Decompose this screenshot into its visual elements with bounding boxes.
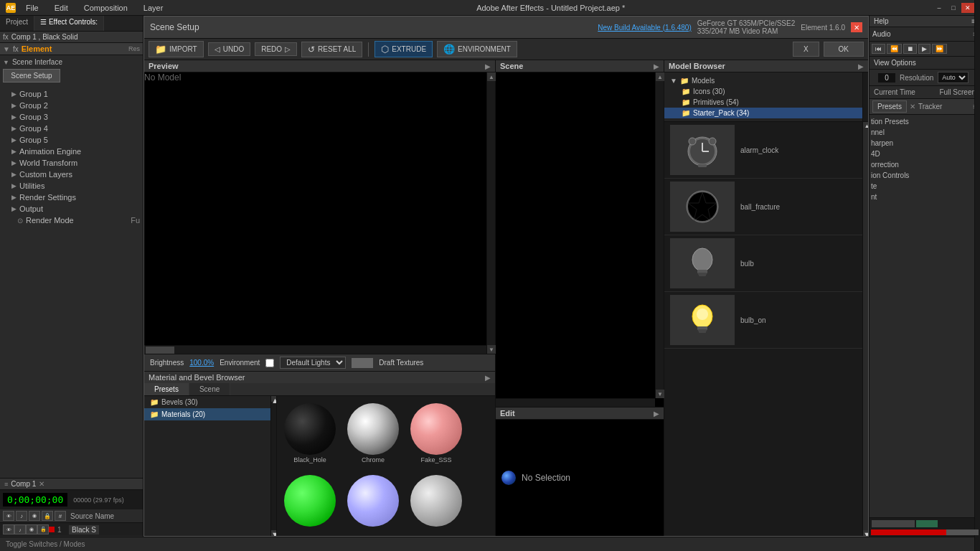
material-item-black-hole[interactable]: Black_Hole [281,400,339,466]
import-button[interactable]: 📁 IMPORT [149,41,204,57]
material-item-lightblue[interactable] [344,472,402,531]
no-model-text: No Model [144,72,181,83]
scroll-down-arrow[interactable]: ▼ [487,345,496,354]
scene-expand-arrow[interactable]: ▶ [654,62,659,70]
lock-toggle[interactable]: 🔒 [42,511,53,521]
material-item-chrome[interactable]: Chrome [344,400,402,466]
new-build-link[interactable]: New Build Available (1.6.480) [598,24,691,32]
effects-item-presets[interactable]: tion Presets [871,116,979,127]
visibility-toggle[interactable]: 👁 [3,511,14,521]
menu-edit[interactable]: Edit [49,2,74,14]
scene-setup-button[interactable]: Scene Setup [3,69,60,83]
extrude-button[interactable]: ⬡ EXTRUDE [374,41,433,57]
tree-starter-pack[interactable]: 📁 Starter_Pack (34) [664,108,868,118]
layer-lock[interactable]: 🔓 [37,524,49,534]
effects-item-sharpen[interactable]: harpen [871,138,979,149]
comp-close-button[interactable]: ✕ [39,480,44,488]
minimize-button[interactable]: – [933,3,946,13]
redo-button[interactable]: REDO ▷ [255,42,297,56]
model-ball-fracture[interactable]: ball_fracture [664,179,868,235]
scene-scroll-down[interactable]: ▼ [656,390,664,398]
play-button[interactable]: ▶ [918,44,930,54]
maximize-button[interactable]: □ [947,3,960,13]
effects-item-4d[interactable]: 4D [871,149,979,159]
effects-item-nt[interactable]: nt [871,192,979,202]
play-first-button[interactable]: ⏮ [872,44,885,54]
material-item-gray[interactable] [407,472,465,531]
horiz-scroll-thumb[interactable] [146,347,174,354]
menu-composition[interactable]: Composition [78,2,133,14]
environment-button[interactable]: 🌐 ENVIRONMENT [437,41,517,57]
menu-layer[interactable]: Layer [138,2,169,14]
edit-expand-arrow[interactable]: ▶ [654,410,659,418]
layer-audio[interactable]: ♪ [14,524,26,534]
x-button[interactable]: X [793,42,819,57]
material-item-green[interactable] [281,472,339,531]
stop-button[interactable]: ⏹ [903,44,917,54]
model-thumb-scroll-down[interactable]: ▼ [863,530,868,536]
resolution-select[interactable]: Auto [938,72,969,83]
effects-item-controls[interactable]: ion Controls [871,170,979,181]
effects-item-correction[interactable]: orrection [871,159,979,170]
model-tree-scrollbar[interactable] [862,72,868,121]
tree-group2[interactable]: ▶ Group 2 [0,100,143,111]
comp-tab[interactable]: ≡ Comp 1 ✕ [0,479,143,490]
close-button[interactable]: ✕ [961,3,974,13]
effects-item-channel[interactable]: nnel [871,127,979,138]
model-alarm-clock[interactable]: alarm_clock [664,122,868,179]
tree-group1[interactable]: ▶ Group 1 [0,88,143,100]
layer-solo[interactable]: ◉ [26,524,37,534]
tracker-tab[interactable]: Tracker [918,103,943,110]
tree-utilities[interactable]: ▶ Utilities [0,180,143,192]
effects-item-te[interactable]: te [871,181,979,192]
tab-presets[interactable]: Presets [144,383,189,395]
menu-file[interactable]: File [20,2,44,14]
tree-group4[interactable]: ▶ Group 4 [0,123,143,134]
layer-eye[interactable]: 👁 [3,524,14,534]
reset-button[interactable]: ↺ RESET ALL [301,42,362,57]
undo-button[interactable]: ◁ UNDO [208,42,250,56]
play-next-button[interactable]: ⏩ [932,44,947,54]
material-list-item-materials[interactable]: 📁 Materials (20) [144,408,276,420]
scene-horiz-scroll[interactable] [496,398,655,407]
tab-effect-controls[interactable]: ☰ Effect Controls: [34,16,104,31]
color-swatch[interactable] [352,358,373,368]
tree-group5[interactable]: ▶ Group 5 [0,134,143,146]
solo-toggle[interactable]: ◉ [29,511,40,521]
layer-row[interactable]: 👁 ♪ ◉ 🔓 1 Black S [0,523,143,537]
environment-checkbox[interactable] [265,359,274,367]
ok-button[interactable]: OK [824,42,864,57]
tree-icons[interactable]: 📁 Icons (30) [664,86,868,97]
tree-output[interactable]: ▶ Output [0,203,143,215]
label-toggle[interactable]: # [55,511,66,521]
tree-world-transform[interactable]: ▶ World Transform [0,157,143,169]
material-list-item-bevels[interactable]: 📁 Bevels (30) [144,396,276,408]
play-prev-button[interactable]: ⏪ [887,44,902,54]
model-expand-arrow[interactable]: ▶ [858,62,864,70]
tree-animation-engine[interactable]: ▶ Animation Engine [0,146,143,157]
scroll-up-arrow[interactable]: ▲ [487,72,496,81]
material-expand-arrow[interactable]: ▶ [485,374,491,382]
tab-scene[interactable]: Scene [189,383,230,395]
tree-primitives[interactable]: 📁 Primitives (54) [664,97,868,108]
model-bulb[interactable]: bulb [664,235,868,292]
mat-list-scroll-up[interactable]: ▲ [271,396,276,402]
close-presets-icon[interactable]: ✕ [910,103,915,110]
tree-render-mode[interactable]: ⊙ Render Mode Fu [0,215,143,226]
presets-tab[interactable]: Presets [872,100,907,113]
tree-group3[interactable]: ▶ Group 3 [0,111,143,123]
mat-list-scroll-down[interactable]: ▼ [271,530,276,536]
tree-models-root[interactable]: ▼ 📁 Models [664,75,868,86]
scene-setup-close-button[interactable]: ✕ [851,22,862,32]
model-thumb-scroll-up[interactable]: ▲ [863,122,868,128]
model-bulb-on[interactable]: bulb_on [664,292,868,349]
tab-project[interactable]: Project [0,16,34,31]
lights-dropdown[interactable]: Default Lights [280,357,346,369]
preview-expand-arrow[interactable]: ▶ [485,62,491,70]
audio-toggle[interactable]: ♪ [16,511,27,521]
material-item-fake-sss[interactable]: Fake_SSS [407,400,465,466]
tree-custom-layers[interactable]: ▶ Custom Layers [0,169,143,180]
brightness-value[interactable]: 100.0% [189,359,214,367]
scene-scroll-up[interactable]: ▲ [656,72,664,81]
tree-render-settings[interactable]: ▶ Render Settings [0,192,143,203]
